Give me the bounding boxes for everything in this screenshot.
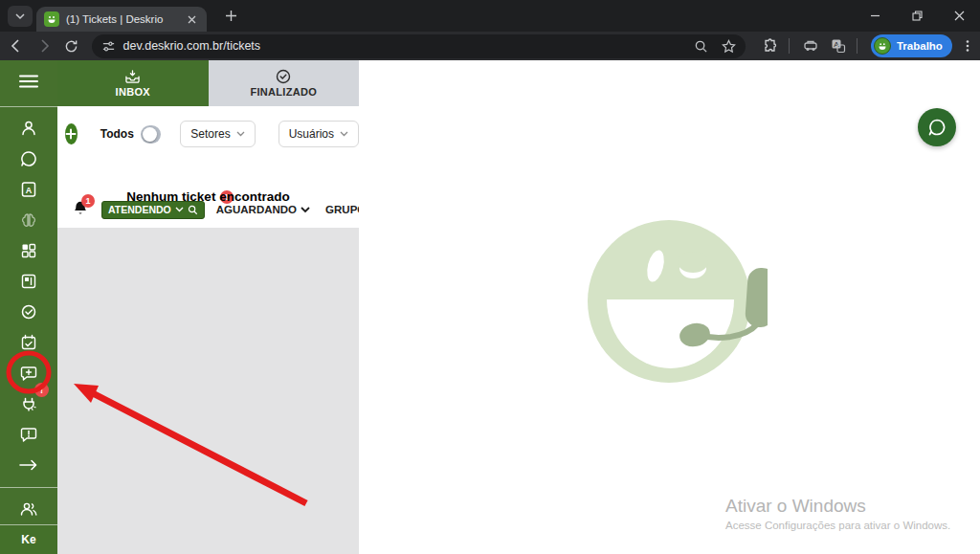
deskrio-favicon-icon bbox=[44, 11, 59, 27]
browser-menu-icon[interactable] bbox=[956, 33, 980, 58]
url-text[interactable]: dev.deskrio.com.br/tickets bbox=[123, 39, 694, 53]
bookmark-star-icon[interactable] bbox=[722, 39, 736, 54]
sidebar-item-schedule[interactable] bbox=[0, 327, 57, 358]
profile-chip[interactable]: Trabalho bbox=[871, 34, 952, 57]
usuarios-dropdown[interactable]: Usuários bbox=[278, 121, 359, 147]
tab-list-button[interactable] bbox=[8, 6, 33, 27]
sidebar-divider bbox=[0, 487, 57, 488]
status-tab-aguardando[interactable]: 1 AGUARDANDO bbox=[216, 204, 310, 215]
usuarios-label: Usuários bbox=[289, 127, 334, 141]
extension-car-icon[interactable] bbox=[799, 33, 823, 58]
tab-finalizado-label: FINALIZADO bbox=[250, 86, 317, 98]
chevron-down-icon bbox=[236, 131, 245, 137]
sidebar-item-new-ticket[interactable] bbox=[0, 358, 57, 388]
windows-activation-subtitle: Acesse Configurações para ativar o Windo… bbox=[725, 520, 950, 531]
window-minimize-button[interactable] bbox=[854, 0, 896, 31]
browser-tab[interactable]: (1) Tickets | Deskrio bbox=[36, 7, 207, 32]
site-settings-icon[interactable] bbox=[101, 39, 116, 54]
sidebar-item-integrations[interactable]: ! bbox=[0, 388, 57, 419]
user-icon bbox=[20, 120, 37, 137]
plug-icon bbox=[20, 395, 37, 412]
add-ticket-button[interactable] bbox=[65, 123, 78, 144]
chat-icon bbox=[20, 150, 37, 167]
svg-text:A: A bbox=[26, 186, 33, 195]
reload-button[interactable] bbox=[59, 33, 83, 58]
tab-close-icon[interactable] bbox=[184, 11, 199, 27]
chat-bubble-icon bbox=[927, 118, 947, 137]
menu-icon[interactable] bbox=[0, 62, 57, 100]
conversation-area: Ativar o Windows Acesse Configurações pa… bbox=[359, 60, 980, 554]
ticket-filters: Todos Setores Usuários 1 ATENDENDO bbox=[57, 106, 359, 228]
window-close-button[interactable] bbox=[938, 0, 980, 31]
chevron-down-icon bbox=[175, 207, 184, 212]
empty-ticket-message: Nenhum ticket encontrado bbox=[57, 189, 359, 204]
new-tab-button[interactable] bbox=[218, 4, 243, 29]
forward-button[interactable] bbox=[32, 33, 56, 58]
plus-icon bbox=[65, 128, 77, 140]
sidebar-divider bbox=[0, 106, 57, 107]
toggle-knob bbox=[143, 127, 157, 142]
tab-inbox-label: INBOX bbox=[116, 86, 150, 98]
chevron-down-icon bbox=[14, 11, 26, 22]
address-bar[interactable]: dev.deskrio.com.br/tickets bbox=[92, 34, 746, 58]
profile-avatar bbox=[874, 37, 891, 55]
tab-inbox[interactable]: INBOX bbox=[57, 60, 209, 106]
calendar-check-icon bbox=[20, 334, 37, 351]
browser-toolbar: dev.deskrio.com.br/tickets A Trabalho bbox=[0, 32, 980, 60]
tab-finalizado[interactable]: FINALIZADO bbox=[209, 60, 360, 106]
chat-alert-icon bbox=[20, 426, 37, 443]
apps-grid-icon bbox=[20, 242, 37, 259]
user-initials-label: Ke bbox=[21, 533, 35, 546]
sidebar-item-ai[interactable] bbox=[0, 205, 57, 235]
profile-label: Trabalho bbox=[897, 40, 943, 52]
windows-activation-title: Ativar o Windows bbox=[725, 496, 950, 517]
sidebar-item-chats[interactable] bbox=[0, 144, 57, 174]
ticket-tabs: INBOX FINALIZADO bbox=[57, 60, 359, 106]
inbox-icon bbox=[124, 70, 141, 84]
deskrio-watermark-logo bbox=[576, 206, 768, 397]
ticket-panel: INBOX FINALIZADO Todos Setores Usuários bbox=[57, 60, 359, 554]
sidebar-item-internal-chat[interactable] bbox=[0, 419, 57, 450]
deskrio-app: A ! bbox=[0, 60, 980, 554]
window-restore-button[interactable] bbox=[896, 0, 938, 31]
todos-label: Todos bbox=[100, 127, 134, 141]
chevron-down-icon bbox=[340, 131, 348, 137]
aguardando-label: AGUARDANDO bbox=[216, 204, 297, 215]
toolbar-separator bbox=[789, 38, 790, 54]
tab-title: (1) Tickets | Deskrio bbox=[66, 13, 184, 25]
brain-icon bbox=[20, 211, 37, 229]
check-circle-icon bbox=[20, 303, 37, 321]
team-icon bbox=[19, 501, 38, 517]
chat-add-icon bbox=[20, 365, 37, 382]
done-circle-icon bbox=[276, 69, 291, 84]
search-icon[interactable] bbox=[188, 205, 198, 215]
integration-alert-badge: ! bbox=[34, 383, 49, 397]
chevron-down-icon bbox=[301, 207, 310, 213]
setores-label: Setores bbox=[190, 127, 230, 141]
sidebar-item-kanban[interactable] bbox=[0, 266, 57, 297]
sidebar-item-logout[interactable] bbox=[0, 450, 57, 480]
sidebar-item-contacts[interactable] bbox=[0, 113, 57, 144]
back-button[interactable] bbox=[4, 33, 28, 58]
browser-tab-strip: (1) Tickets | Deskrio bbox=[0, 0, 980, 32]
sidebar-item-knowledge[interactable]: A bbox=[0, 174, 57, 205]
toolbar-separator bbox=[857, 38, 858, 54]
logout-arrow-icon bbox=[19, 458, 38, 472]
sidebar-item-tasks[interactable] bbox=[0, 297, 57, 327]
user-initials[interactable]: Ke bbox=[0, 524, 57, 554]
extensions-icon[interactable] bbox=[759, 33, 783, 58]
kanban-icon bbox=[20, 273, 37, 290]
windows-activation-watermark: Ativar o Windows Acesse Configurações pa… bbox=[725, 496, 950, 531]
atendendo-label: ATENDENDO bbox=[108, 204, 171, 215]
todos-toggle[interactable] bbox=[141, 125, 161, 144]
translate-icon[interactable]: A bbox=[827, 33, 851, 58]
sidebar-item-dashboard[interactable] bbox=[0, 235, 57, 266]
new-chat-fab[interactable] bbox=[918, 108, 956, 146]
knowledge-book-icon: A bbox=[20, 181, 37, 198]
zoom-icon[interactable] bbox=[694, 39, 708, 54]
sidebar-item-team[interactable] bbox=[0, 494, 57, 524]
setores-dropdown[interactable]: Setores bbox=[180, 121, 255, 147]
sidebar: A ! bbox=[0, 60, 57, 554]
